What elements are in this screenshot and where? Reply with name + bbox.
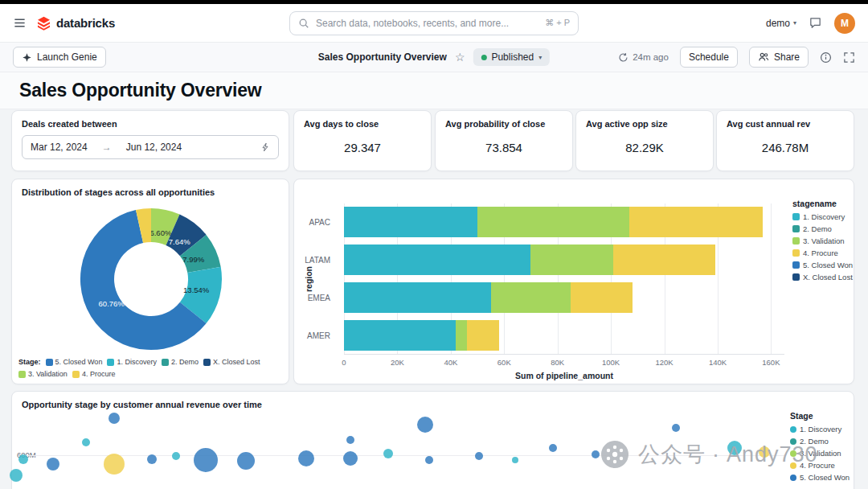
legend-item[interactable]: 3. Validation [792,236,855,245]
bar-segment[interactable] [456,320,466,351]
legend-item[interactable]: 1. Discovery [792,212,855,221]
bar-segment[interactable] [571,282,632,313]
legend-swatch [792,261,800,269]
legend-item[interactable]: 2. Demo [792,224,855,233]
end-date-value[interactable]: Jun 12, 2024 [126,142,182,153]
scatter-bubble[interactable] [425,456,433,464]
legend-item[interactable]: 3. Validation [18,370,68,378]
bar-segment[interactable] [344,320,456,351]
workspace-switcher[interactable]: demo ▾ [766,18,796,29]
last-refresh-time: 24m ago [633,52,669,62]
refresh-icon [618,52,628,63]
scatter-bubble[interactable] [417,417,433,433]
bar-segment[interactable] [467,320,499,351]
bar-plot-area [344,203,784,355]
scatter-bubble[interactable] [549,444,557,452]
hamburger-menu-icon[interactable] [13,16,27,30]
legend-item[interactable]: 4. Procure [790,461,854,470]
bar-segment[interactable] [530,244,613,275]
bar-segment[interactable] [477,207,629,237]
genie-icon [22,52,32,63]
legend-item[interactable]: 4. Procure [72,370,116,378]
scatter-bubble[interactable] [172,452,180,460]
legend-item[interactable]: 3. Validation [790,449,854,458]
scatter-bubble[interactable] [592,450,600,458]
bar-latam[interactable] [344,244,784,275]
scatter-bubble[interactable] [108,413,120,424]
bar-segment[interactable] [491,282,571,313]
bar-apac[interactable] [344,207,784,237]
publish-status-dropdown[interactable]: Published ▾ [473,48,550,66]
scatter-bubble[interactable] [10,469,23,482]
databricks-logo[interactable]: databricks [36,15,115,31]
search-shortcut: ⌘ + P [545,18,570,28]
legend-item[interactable]: X. Closed Lost [792,273,855,281]
scatter-bubble[interactable] [759,446,770,458]
scatter-bubble[interactable] [475,452,483,460]
scatter-bubble[interactable] [47,458,59,471]
scatter-bubble[interactable] [346,436,354,444]
legend-item[interactable]: X. Closed Lost [203,358,260,366]
legend-item[interactable]: 5. Closed Won [790,473,854,482]
legend-swatch [790,450,796,457]
scatter-bubble[interactable] [147,454,157,464]
scatter-bubble[interactable] [343,451,358,466]
lightning-icon[interactable] [260,142,270,152]
scatter-bubble[interactable] [298,450,314,466]
legend-swatch [792,225,800,232]
bar-segment[interactable] [629,207,763,237]
fullscreen-icon[interactable] [843,51,855,64]
schedule-button[interactable]: Schedule [680,47,738,68]
scatter-bubble[interactable] [194,448,218,472]
legend-item[interactable]: 5. Closed Won [792,261,855,269]
bar-amer[interactable] [344,320,784,351]
info-icon[interactable] [820,51,832,64]
bar-emea[interactable] [344,282,784,313]
bar-segment[interactable] [344,282,491,313]
legend-item[interactable]: 2. Demo [162,358,199,366]
donut-slice-label: 13.54% [183,286,210,294]
legend-title: Stage [790,411,854,421]
bar-segment[interactable] [344,244,530,275]
x-tick-label: 80K [551,358,564,367]
legend-swatch [792,237,800,244]
bar-segment[interactable] [344,207,477,237]
refresh-status[interactable]: 24m ago [618,52,669,63]
legend-item[interactable]: 4. Procure [792,249,855,257]
start-date-value[interactable]: Mar 12, 2024 [31,142,88,153]
legend-item[interactable]: 2. Demo [790,437,854,446]
kpi-label: Avg cust annual rev [717,111,854,129]
x-tick-label: 120K [655,358,673,367]
scatter-bubble[interactable] [104,454,125,475]
legend-swatch [107,359,114,366]
bar-rows [344,203,784,354]
scatter-bubble[interactable] [18,454,28,464]
scatter-bubble[interactable] [82,438,90,446]
global-search-input[interactable]: Search data, notebooks, recents, and mor… [289,11,579,35]
y-category-label: EMEA [294,279,338,317]
legend-item[interactable]: 1. Discovery [790,425,854,434]
user-avatar[interactable]: M [834,13,855,34]
scatter-bubble[interactable] [727,441,742,455]
pipeline-by-region-card: region APACLATAMEMEAAMER 020K40K60K80K10… [293,179,854,384]
legend-item[interactable]: 1. Discovery [107,358,157,366]
donut-chart[interactable]: 6.60%7.64%7.99%13.54%60.76% [12,200,290,355]
legend-item[interactable]: 5. Closed Won [46,358,103,366]
feedback-icon[interactable] [809,16,822,30]
x-tick-label: 40K [444,358,457,367]
scatter-bubble[interactable] [512,457,518,463]
scatter-bubble[interactable] [672,424,680,432]
launch-genie-button[interactable]: Launch Genie [13,47,106,68]
filter-label: Deals created between [12,111,289,129]
title-band: Sales Opportunity Overview [0,72,868,109]
scatter-bubble[interactable] [383,449,393,458]
favorite-star-icon[interactable]: ☆ [455,51,465,63]
share-button[interactable]: Share [749,47,809,68]
search-placeholder: Search data, notebooks, recents, and mor… [316,18,509,29]
scatter-bubble[interactable] [237,452,255,470]
date-range-picker[interactable]: Mar 12, 2024 → Jun 12, 2024 [22,135,279,159]
legend-swatch [46,359,53,366]
y-category-label: APAC [294,203,338,241]
bar-segment[interactable] [613,244,714,275]
legend-swatch [72,371,80,378]
